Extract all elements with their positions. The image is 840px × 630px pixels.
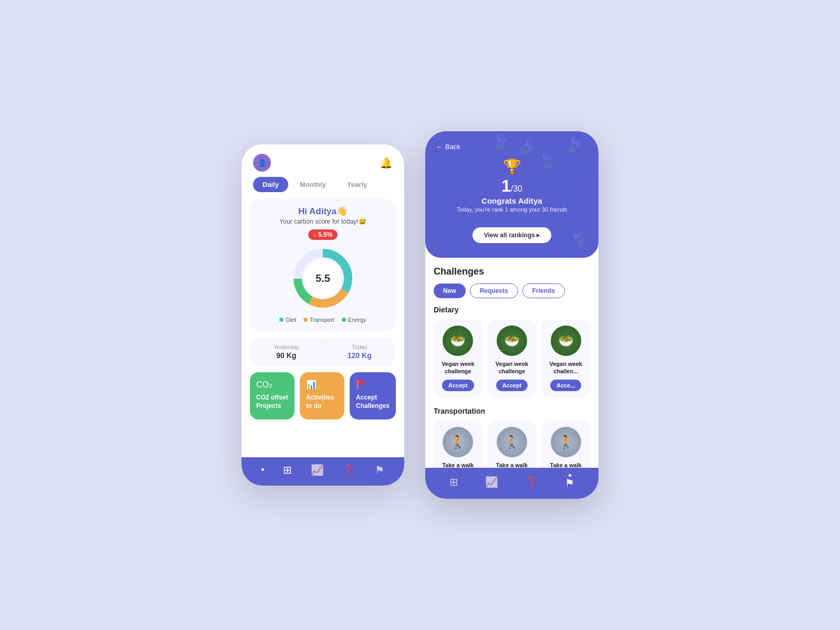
legend-energy: Energy xyxy=(342,317,366,323)
greeting: Hi Aditya👋 xyxy=(258,206,387,217)
legend-diet: Diet xyxy=(279,317,296,323)
walk-card-2: 🚶 Take a walk challenge Accept xyxy=(488,421,537,468)
walk-name-2: Take a walk challenge xyxy=(492,461,532,468)
transport-dot xyxy=(303,318,308,322)
bottom-cards: CO₂ CO2 offset Projects 📊 Activities to … xyxy=(250,372,396,419)
leaf-3: 🍃 xyxy=(514,135,539,160)
challenges-tabs: New Requests Friends xyxy=(434,284,590,298)
leaf-4: 🍃 xyxy=(566,226,591,250)
tab-requests[interactable]: Requests xyxy=(470,284,518,298)
right-body: Challenges New Requests Friends Dietary … xyxy=(425,258,598,468)
walk-name-3: Take a walk challen... xyxy=(545,461,586,468)
dietary-accept-3[interactable]: Acce... xyxy=(550,380,581,391)
dietary-name-1: Vegan week challenge xyxy=(438,360,478,375)
legend-energy-label: Energy xyxy=(348,317,366,323)
left-phone: 👤 🔔 Daily Monthly Yearly Hi Aditya👋 Your… xyxy=(242,144,404,486)
score-subtitle: Your carbon score for today!😅 xyxy=(258,218,387,225)
right-nav-flag-icon[interactable]: ⚑ xyxy=(565,477,574,489)
right-nav-flag-wrapper: ⚑ xyxy=(565,474,574,489)
legend-transport-label: Transport xyxy=(310,317,334,323)
bell-icon[interactable]: 🔔 xyxy=(380,156,393,169)
header-pattern: 🍃 🍃 🍃 🍃 🍃 xyxy=(425,131,598,258)
transport-section-title: Transportation xyxy=(434,407,590,415)
stats-row: Yesterday 90 Kg Today 120 Kg xyxy=(250,338,396,366)
walk-img-3: 🚶 xyxy=(551,427,581,457)
leaf-1: 🍃 xyxy=(562,134,585,156)
donut-chart: 5.5 xyxy=(289,244,357,312)
dietary-challenges-grid: 🥗 Vegan week challenge Accept 🥗 Vegan we… xyxy=(434,319,590,397)
rank-subtitle: Today, you're rank 1 among your 30 frien… xyxy=(436,206,588,213)
right-phone-nav: ⊞ 📈 ❓ ⚑ xyxy=(425,468,598,499)
nav-grid-icon[interactable]: ⊞ xyxy=(283,464,292,476)
dietary-name-2: Vegan week challenge xyxy=(492,360,532,375)
dietary-img-1: 🥗 xyxy=(443,326,473,356)
today-label: Today xyxy=(332,344,388,350)
activities-text: Activities to do xyxy=(306,394,338,410)
co2-icon: CO₂ xyxy=(256,380,288,390)
legend-diet-label: Diet xyxy=(286,317,296,323)
walk-img-1: 🚶 xyxy=(443,427,473,457)
right-header: 🍃 🍃 🍃 🍃 🍃 ← Back 🏆 1/30 Congrats Aditya … xyxy=(425,131,598,258)
tab-new[interactable]: New xyxy=(434,284,466,298)
dietary-img-3: 🥗 xyxy=(551,326,581,356)
challenges-card[interactable]: 🚩 Accept Challenges xyxy=(350,372,396,419)
co2-text: CO2 offset Projects xyxy=(256,394,288,410)
right-nav-chart-icon[interactable]: 📈 xyxy=(485,476,498,488)
dietary-accept-2[interactable]: Accept xyxy=(496,380,528,391)
walk-img-2: 🚶 xyxy=(497,427,527,457)
tab-yearly[interactable]: Yearly xyxy=(338,177,376,192)
left-phone-nav: ⊞ 📈 ❓ ⚑ xyxy=(242,457,404,486)
dietary-card-1: 🥗 Vegan week challenge Accept xyxy=(434,319,482,397)
legend-transport: Transport xyxy=(303,317,334,323)
dietary-card-2: 🥗 Vegan week challenge Accept xyxy=(488,319,537,397)
activities-icon: 📊 xyxy=(306,380,338,390)
score-badge: ↓ 5.5% xyxy=(308,229,338,240)
score-badge-value: ↓ 5.5% xyxy=(313,231,333,238)
tab-bar: Daily Monthly Yearly xyxy=(242,177,404,198)
challenges-text: Accept Challenges xyxy=(356,394,390,410)
walk-card-1: 🚶 Take a walk challenge Accept xyxy=(434,421,482,468)
leaf-5: 🍃 xyxy=(489,132,510,153)
right-nav-question-icon[interactable]: ❓ xyxy=(525,476,538,488)
co2-card[interactable]: CO₂ CO2 offset Projects xyxy=(250,372,295,419)
yesterday-label: Yesterday xyxy=(258,344,314,350)
challenges-icon: 🚩 xyxy=(356,380,390,390)
score-center-value: 5.5 xyxy=(316,272,330,285)
yesterday-value: 90 Kg xyxy=(258,351,314,360)
right-phone: 🍃 🍃 🍃 🍃 🍃 ← Back 🏆 1/30 Congrats Aditya … xyxy=(425,131,598,499)
nav-chart-icon[interactable]: 📈 xyxy=(311,464,324,476)
today-value: 120 Kg xyxy=(332,351,388,360)
dietary-section-title: Dietary xyxy=(434,306,590,314)
transport-challenges-grid: 🚶 Take a walk challenge Accept 🚶 Take a … xyxy=(434,421,590,468)
activities-card[interactable]: 📊 Activities to do xyxy=(300,372,344,419)
tab-friends[interactable]: Friends xyxy=(522,284,565,298)
challenges-title: Challenges xyxy=(434,266,590,277)
nav-question-icon[interactable]: ❓ xyxy=(343,464,356,476)
leaf-2: 🍃 xyxy=(536,150,558,172)
avatar: 👤 xyxy=(253,154,271,172)
energy-dot xyxy=(342,318,346,322)
diet-dot xyxy=(279,318,284,322)
right-nav-grid-icon[interactable]: ⊞ xyxy=(449,476,458,488)
legend: Diet Transport Energy xyxy=(258,317,387,323)
stat-yesterday: Yesterday 90 Kg xyxy=(250,338,323,366)
nav-dot-indicator xyxy=(261,468,264,472)
tab-daily[interactable]: Daily xyxy=(253,177,288,192)
dietary-img-2: 🥗 xyxy=(497,326,527,356)
walk-card-3: 🚶 Take a walk challen... Acce... xyxy=(541,421,590,468)
dietary-accept-1[interactable]: Accept xyxy=(442,380,474,391)
dietary-card-3: 🥗 Vegan week challen... Acce... xyxy=(541,319,590,397)
nav-flag-icon[interactable]: ⚑ xyxy=(375,464,384,476)
phones-container: 👤 🔔 Daily Monthly Yearly Hi Aditya👋 Your… xyxy=(242,131,598,499)
walk-name-1: Take a walk challenge xyxy=(438,461,478,468)
score-card: Hi Aditya👋 Your carbon score for today!😅… xyxy=(250,198,396,331)
left-phone-header: 👤 🔔 xyxy=(242,144,404,177)
stat-today: Today 120 Kg xyxy=(323,338,396,366)
tab-monthly[interactable]: Monthly xyxy=(290,177,335,192)
dietary-name-3: Vegan week challen... xyxy=(545,360,586,375)
